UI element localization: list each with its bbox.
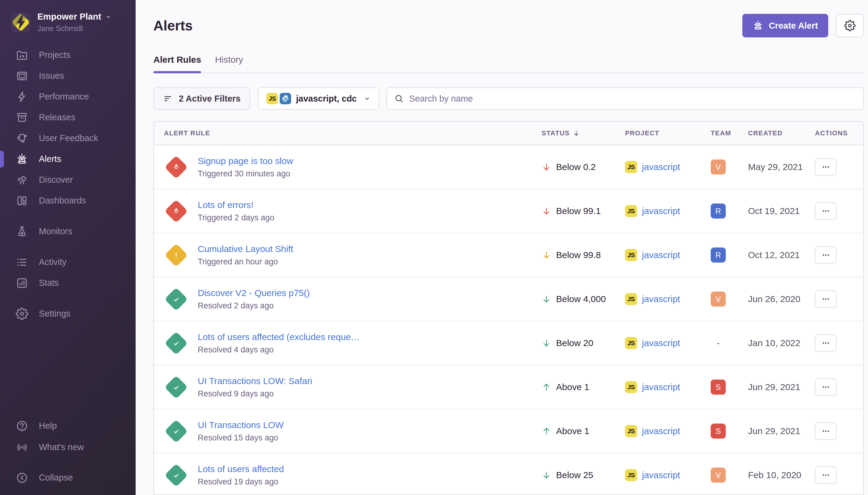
project-link[interactable]: javascript [642, 294, 680, 304]
alert-rule-link[interactable]: Lots of users affected (excludes reque… [198, 332, 360, 342]
sidebar-item-whats-new[interactable]: What's new [0, 437, 136, 458]
org-switcher[interactable]: Empower Plant Jane Schmidt [0, 12, 136, 33]
column-header-status[interactable]: Status [542, 129, 625, 137]
table-row: Discover V2 - Queries p75() Resolved 2 d… [154, 277, 863, 321]
threshold-arrow-icon [542, 382, 551, 392]
sidebar-item-discover[interactable]: Discover [0, 169, 136, 190]
project-link[interactable]: javascript [642, 382, 680, 392]
sidebar: Empower Plant Jane Schmidt Projects Issu… [0, 0, 136, 495]
project-link[interactable]: javascript [642, 426, 680, 436]
alert-settings-button[interactable] [836, 14, 864, 37]
team-avatar: - [711, 336, 726, 351]
row-actions-button[interactable] [815, 202, 837, 220]
team-avatar: R [711, 248, 726, 262]
sidebar-item-label: Discover [39, 175, 73, 185]
team-avatar: V [711, 159, 726, 174]
alert-severity-icon [164, 287, 188, 311]
sidebar-item-performance[interactable]: Performance [0, 86, 136, 107]
created-date: Feb 10, 2020 [748, 470, 815, 480]
alert-rule-link[interactable]: Cumulative Layout Shift [198, 244, 293, 254]
sidebar-item-label: Dashboards [39, 195, 86, 206]
sidebar-item-label: Issues [39, 71, 64, 81]
team-avatar: R [711, 204, 726, 219]
alert-rule-link[interactable]: Lots of users affected [198, 464, 284, 474]
alert-rules-table: Alert Rule Status Project Team Created A… [153, 121, 864, 495]
sidebar-item-collapse[interactable]: Collapse [0, 467, 136, 488]
alert-rule-link[interactable]: Lots of errors! [198, 200, 274, 210]
javascript-badge-icon: JS [266, 93, 278, 104]
sidebar-item-alerts[interactable]: Alerts [0, 149, 136, 169]
alert-rule-link[interactable]: Signup page is too slow [198, 156, 293, 166]
project-link[interactable]: javascript [642, 162, 680, 172]
sidebar-item-settings[interactable]: Settings [0, 303, 136, 324]
collapse-circle-icon [16, 472, 28, 484]
column-header-team: Team [711, 129, 748, 137]
row-actions-button[interactable] [815, 466, 837, 484]
project-link[interactable]: javascript [642, 338, 680, 348]
team-avatar: S [711, 379, 726, 395]
row-actions-button[interactable] [815, 422, 837, 440]
ellipsis-icon [821, 207, 830, 215]
tab-alert-rules[interactable]: Alert Rules [153, 54, 201, 73]
check-icon [171, 382, 181, 392]
ellipsis-icon [821, 471, 830, 479]
active-filters-label: 2 Active Filters [179, 94, 241, 104]
sidebar-nav: Projects Issues Performance Releases Use… [0, 45, 136, 324]
row-actions-button[interactable] [815, 290, 837, 308]
sidebar-item-label: Monitors [39, 226, 72, 236]
alert-rule-link[interactable]: UI Transactions LOW [198, 420, 283, 430]
sidebar-item-label: Help [39, 421, 57, 431]
tab-history[interactable]: History [215, 54, 243, 73]
ellipsis-icon [821, 295, 830, 303]
status-value: Below 20 [556, 338, 593, 348]
ellipsis-icon [821, 427, 830, 435]
row-actions-button[interactable] [815, 246, 837, 264]
alert-severity-icon [164, 419, 188, 443]
alert-rule-note: Resolved 19 days ago [198, 477, 284, 487]
create-alert-button[interactable]: Create Alert [742, 14, 828, 37]
javascript-badge-icon: JS [625, 469, 637, 481]
sidebar-item-projects[interactable]: Projects [0, 45, 136, 65]
help-circle-icon [16, 420, 28, 432]
table-row: UI Transactions LOW: Safari Resolved 9 d… [154, 365, 863, 409]
row-actions-button[interactable] [815, 378, 837, 396]
alert-rule-note: Resolved 4 days ago [198, 345, 360, 355]
active-filters-button[interactable]: 2 Active Filters [153, 87, 250, 110]
created-date: Oct 19, 2021 [748, 206, 815, 216]
project-link[interactable]: javascript [642, 470, 680, 480]
sidebar-item-stats[interactable]: Stats [0, 273, 136, 293]
sidebar-item-activity[interactable]: Activity [0, 252, 136, 273]
sidebar-item-label: What's new [39, 442, 84, 452]
sidebar-item-help[interactable]: Help [0, 415, 136, 437]
sidebar-item-dashboards[interactable]: Dashboards [0, 190, 136, 211]
threshold-arrow-icon [542, 250, 551, 260]
folder-code-icon [16, 49, 28, 62]
search-box [386, 87, 864, 110]
sidebar-item-user-feedback[interactable]: User Feedback [0, 128, 136, 149]
project-link[interactable]: javascript [642, 206, 680, 216]
table-body: Signup page is too slow Triggered 30 min… [154, 145, 863, 495]
team-avatar: V [711, 291, 726, 307]
alert-severity-icon [164, 375, 188, 399]
created-date: Jan 10, 2022 [748, 338, 815, 348]
project-link[interactable]: javascript [642, 250, 680, 260]
flask-icon [16, 225, 28, 238]
sidebar-item-issues[interactable]: Issues [0, 65, 136, 86]
column-header-created: Created [748, 129, 815, 137]
table-row: Lots of errors! Triggered 2 days ago Bel… [154, 189, 863, 233]
alert-rule-link[interactable]: Discover V2 - Queries p75() [198, 288, 310, 298]
project-selector[interactable]: JS javascript, cdc [258, 87, 379, 110]
sidebar-item-label: Settings [39, 309, 71, 319]
created-date: Jun 26, 2020 [748, 294, 815, 304]
row-actions-button[interactable] [815, 158, 837, 176]
dashboard-blocks-icon [16, 194, 28, 207]
sidebar-item-releases[interactable]: Releases [0, 107, 136, 128]
check-icon [171, 426, 181, 436]
alert-rule-link[interactable]: UI Transactions LOW: Safari [198, 376, 312, 386]
search-input[interactable] [409, 94, 856, 104]
sidebar-item-monitors[interactable]: Monitors [0, 221, 136, 242]
javascript-badge-icon: JS [625, 249, 637, 261]
row-actions-button[interactable] [815, 334, 837, 352]
org-logo [11, 12, 31, 32]
table-row: Lots of users affected (excludes reque… … [154, 321, 863, 365]
